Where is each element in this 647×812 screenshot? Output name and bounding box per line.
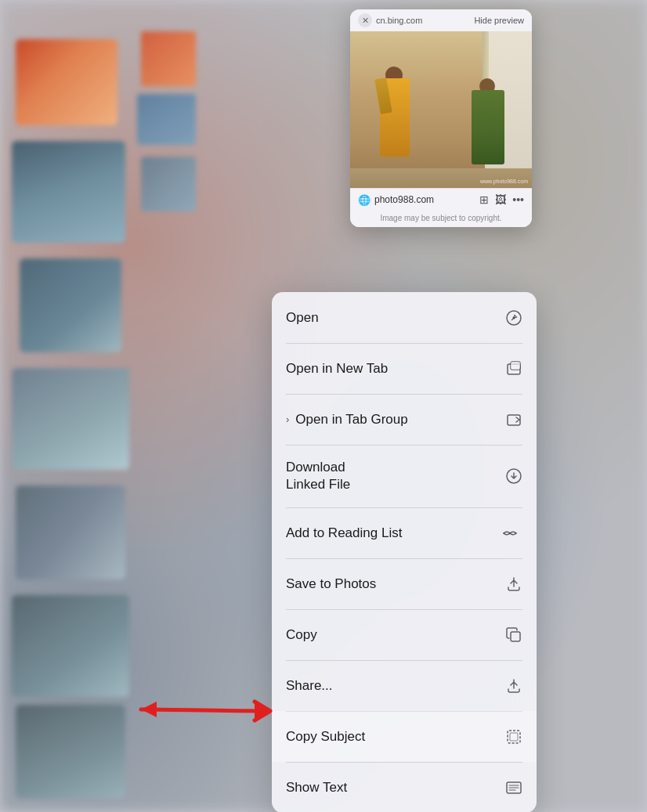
menu-item-download-label: DownloadLinked File xyxy=(286,459,350,493)
bg-tile-7 xyxy=(16,705,125,799)
image-icon[interactable]: 🖼 xyxy=(495,193,506,206)
preview-footer: 🌐 photo988.com ⊞ 🖼 ••• xyxy=(350,188,532,211)
globe-icon: 🌐 xyxy=(358,194,370,206)
download-icon xyxy=(505,467,522,485)
preview-footer-icons: ⊞ 🖼 ••• xyxy=(479,193,524,206)
reading-list-icon xyxy=(502,525,522,542)
svg-rect-8 xyxy=(508,731,520,743)
bg-tile-3 xyxy=(20,258,121,352)
menu-item-share-label: Share... xyxy=(286,677,333,694)
preview-image: www.photo988.com xyxy=(350,31,532,188)
menu-item-save-photos[interactable]: Save to Photos xyxy=(272,558,537,609)
menu-item-copy-subject[interactable]: Copy Subject xyxy=(272,711,537,762)
chevron-icon-tab-group: › xyxy=(286,413,289,425)
watermark: www.photo988.com xyxy=(480,179,528,184)
menu-item-open-tab-group[interactable]: › Open in Tab Group xyxy=(272,394,537,445)
save-photos-icon xyxy=(505,576,522,593)
menu-item-save-photos-label: Save to Photos xyxy=(286,576,376,592)
menu-item-open-left: Open xyxy=(286,309,319,326)
preview-footer-left: 🌐 photo988.com xyxy=(358,194,434,206)
menu-item-copy[interactable]: Copy xyxy=(272,609,537,660)
menu-item-share[interactable]: Share... xyxy=(272,660,537,711)
copy-icon xyxy=(505,626,522,644)
figure-1 xyxy=(374,67,417,176)
menu-item-open-new-tab[interactable]: Open in New Tab xyxy=(272,343,537,394)
menu-item-share-left: Share... xyxy=(286,677,333,694)
more-icon[interactable]: ••• xyxy=(512,193,524,206)
svg-rect-4 xyxy=(511,362,520,370)
preview-image-inner: www.photo988.com xyxy=(350,31,532,188)
menu-item-open-new-tab-left: Open in New Tab xyxy=(286,360,388,377)
link-preview-card: ✕ cn.bing.com Hide preview xyxy=(350,9,532,227)
bg-tile-2 xyxy=(12,141,125,243)
share-icon xyxy=(505,677,522,695)
menu-item-copy-left: Copy xyxy=(286,626,317,643)
figure-2 xyxy=(465,74,512,176)
figure-2-sari xyxy=(472,90,504,164)
menu-item-reading-list-label: Add to Reading List xyxy=(286,525,402,541)
menu-item-open-tab-group-left: › Open in Tab Group xyxy=(286,411,408,428)
menu-item-reading-list-left: Add to Reading List xyxy=(286,525,402,541)
bg-tile-4 xyxy=(12,368,129,470)
menu-item-copy-subject-left: Copy Subject xyxy=(286,728,365,745)
menu-item-download-left: DownloadLinked File xyxy=(286,459,350,493)
context-menu: Open Open in New Tab › Open in Tab Group xyxy=(272,292,537,812)
svg-rect-9 xyxy=(510,733,518,741)
menu-item-open-tab-group-label: Open in Tab Group xyxy=(295,411,407,428)
preview-domain: cn.bing.com xyxy=(376,16,422,25)
new-tab-icon xyxy=(505,360,522,377)
menu-item-copy-subject-label: Copy Subject xyxy=(286,728,365,745)
bg-tile-5 xyxy=(16,485,125,579)
menu-item-show-text[interactable]: Show Text xyxy=(272,762,537,812)
menu-item-show-text-label: Show Text xyxy=(286,779,347,796)
svg-point-1 xyxy=(513,316,515,319)
menu-item-save-photos-left: Save to Photos xyxy=(286,576,376,592)
preview-header-left: ✕ cn.bing.com xyxy=(358,13,422,27)
preview-header: ✕ cn.bing.com Hide preview xyxy=(350,9,532,31)
menu-item-reading-list[interactable]: Add to Reading List xyxy=(272,507,537,558)
menu-item-open-label: Open xyxy=(286,309,319,326)
menu-item-download[interactable]: DownloadLinked File xyxy=(272,445,537,507)
menu-item-copy-label: Copy xyxy=(286,626,317,643)
svg-rect-7 xyxy=(511,632,520,641)
preview-close-button[interactable]: ✕ xyxy=(358,13,372,27)
tab-group-icon xyxy=(505,411,522,428)
menu-item-open-new-tab-label: Open in New Tab xyxy=(286,360,388,377)
copyright-notice: Image may be subject to copyright. xyxy=(350,211,532,227)
bg-tile-6 xyxy=(12,595,129,697)
show-text-icon xyxy=(505,779,522,796)
bg-tile-1 xyxy=(16,39,117,125)
expand-icon[interactable]: ⊞ xyxy=(479,193,489,206)
preview-hide-label[interactable]: Hide preview xyxy=(474,16,524,25)
compass-icon xyxy=(505,309,522,327)
menu-item-open[interactable]: Open xyxy=(272,292,537,343)
menu-item-show-text-left: Show Text xyxy=(286,779,347,796)
bg-tile-s1 xyxy=(141,31,196,86)
bg-tile-s2 xyxy=(137,94,196,145)
copy-subject-icon xyxy=(505,728,522,745)
annotation-arrow xyxy=(133,687,290,734)
bg-tile-s3 xyxy=(141,157,196,211)
preview-url: photo988.com xyxy=(374,194,434,205)
